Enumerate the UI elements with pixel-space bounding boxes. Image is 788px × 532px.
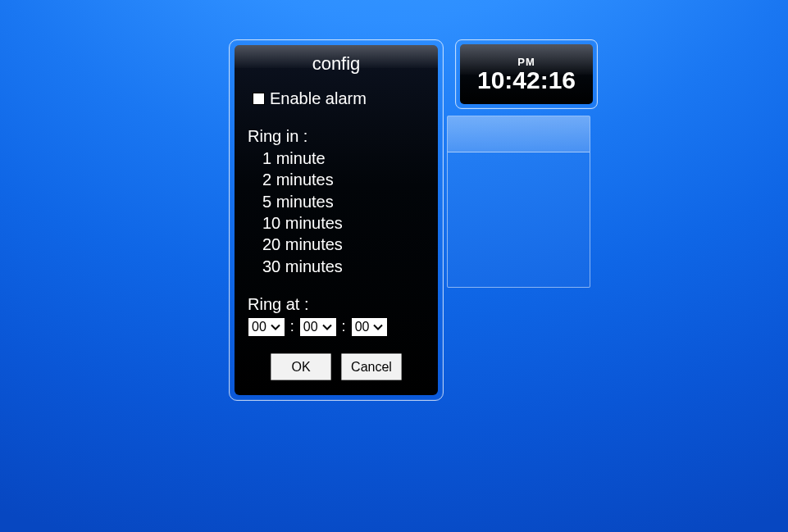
time-separator: : — [290, 317, 294, 337]
config-body: Enable alarm Ring in : 1 minute 2 minute… — [235, 84, 438, 380]
chevron-down-icon — [321, 321, 333, 333]
ring-in-option-6[interactable]: 30 minutes — [262, 256, 425, 277]
clock-face: PM 10:42:16 — [460, 44, 593, 104]
chevron-down-icon — [270, 321, 281, 333]
background-window-header — [448, 116, 590, 152]
cancel-button[interactable]: Cancel — [341, 353, 402, 380]
config-panel: config Enable alarm Ring in : 1 minute 2… — [235, 45, 438, 395]
ring-at-minutes-value: 00 — [303, 318, 318, 335]
clock-gadget: PM 10:42:16 — [455, 39, 598, 109]
ring-at-hours-value: 00 — [252, 318, 266, 335]
background-window — [447, 116, 590, 288]
enable-alarm-checkbox[interactable] — [253, 93, 265, 105]
ring-in-options: 1 minute 2 minutes 5 minutes 10 minutes … — [262, 148, 425, 277]
ring-in-option-2[interactable]: 2 minutes — [262, 169, 425, 190]
config-gadget: config Enable alarm Ring in : 1 minute 2… — [229, 39, 444, 401]
ring-at-label: Ring at : — [248, 293, 425, 315]
ring-in-label: Ring in : — [248, 125, 425, 147]
ring-in-option-3[interactable]: 5 minutes — [262, 191, 425, 212]
chevron-down-icon — [372, 321, 384, 333]
enable-alarm-label: Enable alarm — [270, 88, 367, 109]
clock-time: 10:42:16 — [477, 67, 576, 93]
time-separator: : — [342, 317, 346, 337]
ring-in-option-1[interactable]: 1 minute — [262, 148, 425, 169]
config-title: config — [235, 45, 438, 84]
ring-at-row: 00 : 00 : 00 — [248, 317, 425, 337]
ring-at-seconds-select[interactable]: 00 — [351, 317, 389, 337]
ring-in-option-4[interactable]: 10 minutes — [262, 212, 425, 234]
enable-alarm-row[interactable]: Enable alarm — [253, 88, 425, 109]
button-row: OK Cancel — [248, 353, 425, 380]
ring-at-seconds-value: 00 — [355, 318, 370, 335]
ring-in-option-5[interactable]: 20 minutes — [262, 234, 425, 255]
ring-at-hours-select[interactable]: 00 — [248, 317, 285, 337]
ring-at-minutes-select[interactable]: 00 — [299, 317, 337, 337]
ok-button[interactable]: OK — [271, 353, 331, 380]
